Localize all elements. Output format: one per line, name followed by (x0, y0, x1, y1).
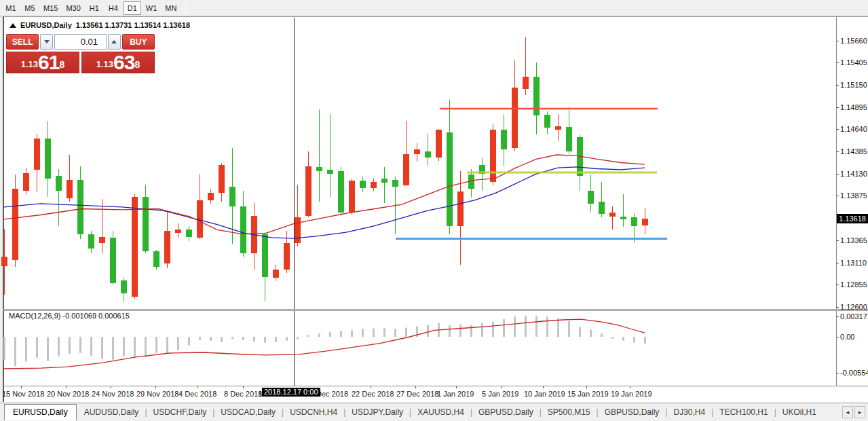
price-tick-label: 1.14895 (840, 103, 867, 111)
date-tick-label: Dec 2018 (316, 390, 348, 398)
candle-bull (1, 257, 7, 266)
candle-bear (544, 115, 550, 128)
lot-decrease-button[interactable] (40, 34, 53, 50)
macd-histogram-bar (36, 337, 38, 358)
candle-bull (555, 126, 561, 130)
candle-bull (12, 189, 18, 260)
sell-button[interactable]: SELL (6, 34, 39, 50)
macd-histogram-bar (253, 337, 255, 342)
macd-histogram-bar (405, 328, 407, 337)
macd-histogram-bar (90, 337, 92, 356)
chart-tab-usdchf-daily[interactable]: USDCHF,Daily (147, 405, 213, 419)
macd-histogram-bar (557, 318, 559, 337)
macd-histogram-bar (134, 337, 136, 357)
macd-histogram-bar (242, 337, 244, 340)
macd-histogram-bar (155, 337, 157, 353)
vline-date-badge: 2018.12.17 0:00 (262, 388, 320, 397)
one-click-trading-panel: SELL BUY 1.13 61 8 1.13 63 8 (6, 34, 155, 73)
date-tick-mark (155, 386, 156, 388)
macd-histogram-bar (622, 337, 624, 341)
buy-price-main: 63 (113, 54, 134, 71)
candle-bear (316, 167, 322, 171)
candle-bull (642, 219, 648, 225)
macd-histogram-bar (644, 337, 646, 344)
arrow-up-icon (111, 40, 117, 43)
date-tick-label: 19 Jan 2019 (611, 390, 652, 398)
chart-tab-usdjpy-daily[interactable]: USDJPY,Daily (345, 405, 409, 419)
chart-tab-dj30-h4[interactable]: DJ30,H4 (667, 405, 711, 419)
candle-bear (327, 170, 333, 174)
lot-increase-button[interactable] (108, 34, 121, 50)
tabs-scroll-left[interactable]: ◂ (842, 406, 853, 418)
candle-bull (295, 217, 301, 242)
current-price-badge: 1.13618 (837, 214, 868, 223)
buy-price-base: 1.13 (96, 58, 113, 71)
macd-pane-bottom-border (3, 386, 868, 386)
chart-tab-sp500-m15[interactable]: SP500,M15 (542, 405, 597, 419)
buy-button[interactable]: BUY (122, 34, 155, 50)
candle-bull (523, 77, 529, 89)
buy-price-panel[interactable]: 1.13 63 8 (81, 52, 155, 73)
price-tick-label: 1.15405 (840, 58, 867, 67)
chart-symbol-label: EURUSD,Daily (20, 21, 72, 29)
date-tick-mark (111, 386, 111, 388)
chart-tab-tech100-h1[interactable]: TECH100,H1 (713, 405, 774, 419)
candle-bear (88, 234, 94, 249)
chart-tab-usdcnh-h4[interactable]: USDCNH,H4 (284, 405, 343, 419)
macd-histogram-bar (286, 337, 288, 341)
candle-bull (414, 149, 420, 153)
price-tick-label: 1.14130 (840, 170, 867, 178)
sell-price-base: 1.13 (21, 58, 38, 71)
macd-histogram-bar (601, 333, 603, 337)
tabs-scroll-right[interactable]: ▸ (854, 406, 865, 418)
macd-histogram-bar (58, 337, 60, 356)
candle-bull (175, 230, 181, 233)
macd-histogram-bar (188, 337, 190, 345)
chart-tab-ukoil-h1[interactable]: UKOil,H1 (776, 405, 823, 419)
macd-histogram-bar (101, 337, 103, 359)
chart-tab-eurusd-daily[interactable]: EURUSD,Daily (4, 404, 77, 420)
symbol-tabbar: EURUSD,DailyAUDUSD,Daily|USDCHF,Daily|US… (0, 403, 868, 421)
chart-tab-gbpusd-daily[interactable]: GBPUSD,Daily (599, 405, 666, 419)
date-tick-mark (630, 386, 630, 388)
chart-ohlc-values: 1.13561 1.13731 1.13514 1.13618 (76, 21, 190, 29)
date-tick-mark (543, 386, 544, 388)
candle-bull (208, 193, 214, 200)
candle-bear (338, 171, 344, 212)
collapse-panel-icon[interactable] (10, 23, 16, 28)
macd-histogram-bar (449, 325, 451, 337)
sell-price-main: 61 (38, 54, 59, 71)
sell-price-pip: 8 (59, 52, 64, 77)
candle-bull (436, 130, 442, 158)
pane-splitter[interactable] (3, 309, 868, 311)
macd-histogram-bar (525, 316, 527, 337)
candle-bear (360, 181, 366, 187)
candle-bull (273, 270, 279, 278)
date-tick-label: 10 Jan 2019 (524, 390, 565, 398)
candle-bear (425, 151, 431, 158)
macd-histogram-bar (470, 325, 472, 337)
macd-tick-label: 0.00 (840, 333, 854, 341)
chart-tab-usdcad-daily[interactable]: USDCAD,Daily (214, 405, 282, 419)
candle-bull (457, 191, 464, 226)
candle-bear (631, 217, 637, 226)
date-tick-label: 27 Dec 2018 (396, 390, 438, 398)
macd-histogram-bar (47, 337, 49, 361)
chart-tab-xauusd-h4[interactable]: XAUUSD,H4 (411, 405, 470, 419)
candle-bear (186, 230, 192, 236)
candle-bull (305, 166, 312, 216)
macd-histogram-bar (69, 337, 71, 354)
candle-bear (392, 180, 398, 187)
chart-tab-audusd-daily[interactable]: AUDUSD,Daily (78, 405, 145, 419)
macd-tick-label: 0.003171 (840, 312, 868, 321)
chart-tab-gbpusd-daily[interactable]: GBPUSD,Daily (472, 405, 540, 419)
macd-histogram-bar (568, 321, 570, 337)
sell-price-panel[interactable]: 1.13 61 8 (6, 52, 79, 73)
macd-histogram-bar (459, 325, 461, 337)
buy-price-pip: 8 (134, 52, 140, 77)
date-tick-label: 1 Jan 2019 (437, 390, 474, 398)
arrow-down-icon (44, 40, 50, 43)
candle-bear (620, 217, 626, 219)
candle-bear (588, 191, 594, 204)
lot-size-input[interactable] (54, 34, 107, 50)
